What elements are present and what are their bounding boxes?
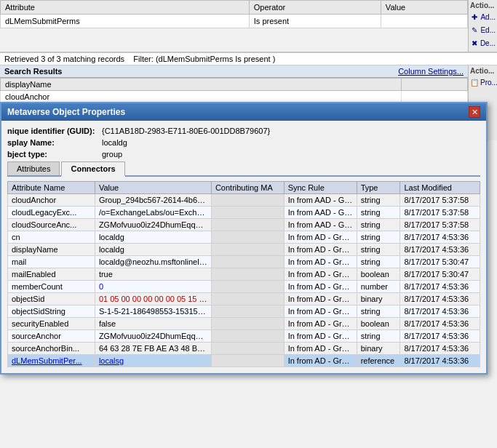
attr-contrib-cell bbox=[211, 330, 284, 343]
col-header-sync: Sync Rule bbox=[284, 182, 357, 194]
attr-type-cell: number bbox=[357, 281, 400, 293]
attr-contrib-cell bbox=[211, 244, 284, 256]
attribute-table: Attribute Name Value Contributing MA Syn… bbox=[7, 181, 480, 367]
attr-name-cell: mail bbox=[8, 256, 95, 268]
displayname-label: splay Name: bbox=[7, 138, 102, 147]
attr-contrib-cell bbox=[211, 355, 284, 367]
table-row[interactable]: objectSid01 05 00 00 00 00 00 05 15 00 0… bbox=[8, 293, 480, 305]
attr-sync-cell: In from AAD - Gro... bbox=[284, 194, 357, 207]
attr-sync-cell: In from AD - Grou... bbox=[284, 281, 357, 293]
attr-sync-cell: In from AD - Grou... bbox=[284, 305, 357, 318]
attr-value-link[interactable]: localsg bbox=[99, 356, 124, 365]
attr-value-cell: Group_294bc567-2614-4b64-8f0a-698... bbox=[95, 194, 211, 207]
attr-type-cell: string bbox=[357, 330, 400, 343]
guid-row: nique identifier (GUID): {C11AB18D-2983-… bbox=[7, 127, 480, 135]
table-row[interactable]: memberCount0In from AD - Grou...number8/… bbox=[8, 281, 480, 293]
table-row[interactable]: securityEnabledfalseIn from AD - Grou...… bbox=[8, 318, 480, 330]
modal-body: nique identifier (GUID): {C11AB18D-2983-… bbox=[1, 121, 486, 373]
attr-value-cell: localdg bbox=[95, 244, 211, 256]
retrieved-text: Retrieved 3 of 3 matching records bbox=[4, 55, 124, 63]
attr-value-cell: localdg bbox=[95, 231, 211, 244]
filter-attr-value: dLMemSubmitPerms bbox=[1, 15, 250, 28]
attr-type-cell: string bbox=[357, 219, 400, 231]
attr-name-cell: objectSidString bbox=[8, 305, 95, 318]
attr-value-cell: true bbox=[95, 268, 211, 281]
attr-name-cell: dLMemSubmitPer... bbox=[8, 355, 95, 367]
sr-col-empty bbox=[401, 79, 467, 91]
attr-sync-cell: In from AD - Grou... bbox=[284, 231, 357, 244]
table-row[interactable]: objectSidStringS-1-5-21-186498553-153150… bbox=[8, 305, 480, 318]
table-row[interactable]: mailEnabledtrueIn from AD - Grou...boole… bbox=[8, 268, 480, 281]
attr-name-cell: cloudLegacyExc... bbox=[8, 207, 95, 219]
attr-sync-cell: In from AAD - Gro... bbox=[284, 207, 357, 219]
attr-name-cell: securityEnabled bbox=[8, 318, 95, 330]
attr-value-cell: localdg@neozhu.msftonlinelab.com bbox=[95, 256, 211, 268]
attr-type-cell: boolean bbox=[357, 268, 400, 281]
attr-type-cell: string bbox=[357, 231, 400, 244]
table-row[interactable]: cnlocaldgIn from AD - Grou...string8/17/… bbox=[8, 231, 480, 244]
table-row[interactable]: dLMemSubmitPer...localsgIn from AD - Gro… bbox=[8, 355, 480, 367]
sr-cell-displayname: cloudAnchor bbox=[1, 91, 402, 103]
column-settings-link[interactable]: Column Settings... bbox=[398, 67, 464, 76]
modal-dialog: Metaverse Object Properties ✕ nique iden… bbox=[0, 102, 488, 375]
filter-val-header: Value bbox=[381, 1, 467, 15]
attr-name-cell: objectSid bbox=[8, 293, 95, 305]
attr-lastmod-cell: 8/17/2017 4:53:36 bbox=[400, 231, 480, 244]
attr-value-cell: ZGMofvuuo0iz24DhumEqqg== bbox=[95, 219, 211, 231]
attr-value-cell: 64 63 28 7E FB AE A3 48 B3 DB 80 E ... bbox=[95, 343, 211, 355]
attr-name-link[interactable]: dLMemSubmitPer... bbox=[12, 356, 82, 365]
delete-button[interactable]: ✖De... bbox=[470, 37, 496, 49]
table-row[interactable]: cloudAnchor bbox=[1, 91, 468, 103]
attr-lastmod-cell: 8/17/2017 4:53:36 bbox=[400, 305, 480, 318]
attr-contrib-cell bbox=[211, 268, 284, 281]
attr-lastmod-cell: 8/17/2017 4:53:36 bbox=[400, 343, 480, 355]
table-row[interactable]: maillocaldg@neozhu.msftonlinelab.comIn f… bbox=[8, 256, 480, 268]
attr-sync-cell: In from AD - Grou... bbox=[284, 268, 357, 281]
attr-lastmod-cell: 8/17/2017 4:53:36 bbox=[400, 244, 480, 256]
attr-lastmod-cell: 8/17/2017 4:53:36 bbox=[400, 281, 480, 293]
properties-button[interactable]: 📋Pro... bbox=[470, 76, 496, 88]
attr-name-cell: mailEnabled bbox=[8, 268, 95, 281]
col-header-type: Type bbox=[357, 182, 400, 194]
attr-contrib-cell bbox=[211, 343, 284, 355]
guid-value: {C11AB18D-2983-E711-80E6-001DD8B79607} bbox=[102, 127, 270, 135]
add-button[interactable]: ✚Ad... bbox=[470, 11, 496, 23]
attr-sync-cell: In from AD - Grou... bbox=[284, 293, 357, 305]
tab-connectors[interactable]: Connectors bbox=[61, 161, 124, 177]
edit-icon: ✎ bbox=[470, 24, 479, 36]
filter-table: Attribute Operator Value dLMemSubmitPerm… bbox=[0, 0, 468, 28]
attr-name-cell: cloudAnchor bbox=[8, 194, 95, 207]
attr-sync-cell: In from AD - Grou... bbox=[284, 256, 357, 268]
attr-lastmod-cell: 8/17/2017 5:37:58 bbox=[400, 194, 480, 207]
filter-op-value: Is present bbox=[249, 15, 381, 28]
col-header-name: Attribute Name bbox=[8, 182, 95, 194]
attr-type-cell: string bbox=[357, 244, 400, 256]
guid-label: nique identifier (GUID): bbox=[7, 127, 102, 135]
filter-op-header: Operator bbox=[249, 1, 381, 15]
table-row[interactable]: cloudAnchorGroup_294bc567-2614-4b64-8f0a… bbox=[8, 194, 480, 207]
attribute-table-wrapper: Attribute Name Value Contributing MA Syn… bbox=[7, 181, 480, 367]
attr-sync-cell: In from AAD - Gro... bbox=[284, 219, 357, 231]
attr-sync-cell: In from AD - Grou... bbox=[284, 343, 357, 355]
attr-name-cell: memberCount bbox=[8, 281, 95, 293]
table-row[interactable]: sourceAnchorBin...64 63 28 7E FB AE A3 4… bbox=[8, 343, 480, 355]
attr-type-cell: reference bbox=[357, 355, 400, 367]
status-bar: Retrieved 3 of 3 matching records Filter… bbox=[0, 52, 497, 65]
attr-contrib-cell bbox=[211, 231, 284, 244]
attr-value-cell: 01 05 00 00 00 00 00 05 15 00 00 00 ... bbox=[95, 293, 211, 305]
table-row[interactable]: cloudLegacyExc.../o=ExchangeLabs/ou=Exch… bbox=[8, 207, 480, 219]
col-header-contrib: Contributing MA bbox=[211, 182, 284, 194]
table-row[interactable]: displayNamelocaldgIn from AD - Grou...st… bbox=[8, 244, 480, 256]
table-row[interactable]: cloudSourceAnc...ZGMofvuuo0iz24DhumEqqg=… bbox=[8, 219, 480, 231]
attr-lastmod-cell: 8/17/2017 5:30:47 bbox=[400, 256, 480, 268]
edit-button[interactable]: ✎Ed... bbox=[470, 24, 496, 36]
attr-lastmod-cell: 8/17/2017 4:53:36 bbox=[400, 330, 480, 343]
attr-lastmod-cell: 8/17/2017 5:37:58 bbox=[400, 219, 480, 231]
attr-value-text: 01 05 00 00 00 00 00 05 15 00 00 00 ... bbox=[99, 295, 212, 303]
tab-attributes[interactable]: Attributes bbox=[7, 161, 60, 175]
table-row[interactable]: sourceAnchorZGMofvuuo0iz24DhumEqqg==In f… bbox=[8, 330, 480, 343]
attr-name-cell: cn bbox=[8, 231, 95, 244]
attr-lastmod-cell: 8/17/2017 4:53:36 bbox=[400, 355, 480, 367]
modal-close-button[interactable]: ✕ bbox=[469, 106, 480, 118]
attr-value-cell: 0 bbox=[95, 281, 211, 293]
